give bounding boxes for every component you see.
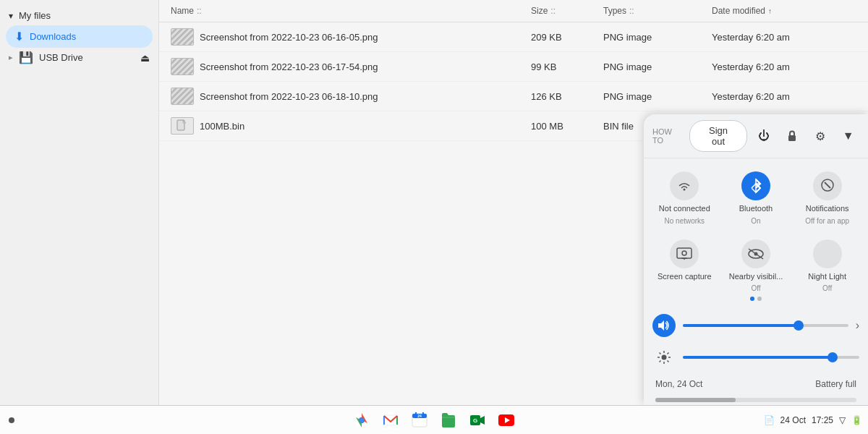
sidebar-header: ▾ My files bbox=[0, 6, 158, 25]
screen-capture-icon-wrap bbox=[670, 239, 699, 268]
notifications-label: Notifications bbox=[806, 203, 849, 213]
date-label: Mon, 24 Oct bbox=[655, 379, 702, 389]
usb-drive-label: USB Drive bbox=[39, 52, 83, 63]
night-light-sublabel: Off bbox=[822, 284, 832, 292]
volume-thumb[interactable] bbox=[793, 320, 804, 331]
quick-panel-header: HOW TO Sign out ⏻ ⚙ ▼ bbox=[644, 114, 868, 158]
taskbar-center: 24 G bbox=[350, 409, 518, 432]
sort-asc-icon: ↑ bbox=[768, 7, 772, 15]
screen-capture-label: Screen capture bbox=[658, 271, 712, 281]
col-drag-name: :: bbox=[197, 6, 202, 16]
svg-point-20 bbox=[359, 417, 365, 422]
col-date[interactable]: Date modified ↑ bbox=[712, 6, 856, 16]
nearby-dots bbox=[750, 297, 762, 301]
brightness-icon[interactable] bbox=[652, 346, 676, 369]
taskbar-date: 24 Oct bbox=[780, 415, 806, 425]
settings-button[interactable]: ⚙ bbox=[809, 124, 831, 148]
how-to-label: HOW TO bbox=[652, 127, 684, 145]
file-thumbnail bbox=[171, 88, 194, 105]
my-files-label: My files bbox=[19, 10, 51, 21]
notifications-tile[interactable]: Notifications Off for an app bbox=[792, 164, 862, 230]
wifi-label: Not connected bbox=[659, 203, 710, 213]
svg-line-17 bbox=[660, 361, 661, 362]
meet-app[interactable]: G bbox=[466, 409, 489, 432]
file-name-cell: Screenshot from 2022-10-23 06-18-10.png bbox=[171, 88, 531, 105]
taskbar: 24 G bbox=[0, 405, 868, 434]
bluetooth-tile[interactable]: Bluetooth On bbox=[721, 164, 791, 230]
night-light-label: Night Light bbox=[808, 271, 846, 281]
volume-expand-icon[interactable]: › bbox=[856, 319, 859, 332]
taskbar-time: 17:25 bbox=[812, 415, 833, 425]
table-row[interactable]: Screenshot from 2022-10-23 06-17-54.png … bbox=[159, 52, 868, 82]
svg-text:24: 24 bbox=[417, 414, 422, 418]
svg-point-5 bbox=[682, 251, 686, 255]
taskbar-right: 📄 24 Oct 17:25 ▽ 🔋 bbox=[764, 415, 862, 425]
file-name-cell: 100MB.bin bbox=[171, 117, 531, 135]
file-thumbnail bbox=[171, 28, 194, 46]
chrome-app[interactable] bbox=[350, 409, 373, 432]
svg-point-8 bbox=[754, 252, 757, 255]
file-name-cell: Screenshot from 2022-10-23 06-16-05.png bbox=[171, 28, 531, 46]
col-size[interactable]: Size :: bbox=[531, 6, 603, 16]
battery-label: Battery full bbox=[815, 379, 856, 389]
volume-slider-row: › bbox=[644, 310, 868, 341]
col-name[interactable]: Name :: bbox=[171, 6, 531, 16]
nearby-visibility-tile[interactable]: Nearby visibil... Off bbox=[721, 232, 791, 307]
svg-point-9 bbox=[662, 355, 667, 360]
col-types[interactable]: Types :: bbox=[603, 6, 712, 16]
svg-line-14 bbox=[660, 353, 661, 354]
brightness-thumb[interactable] bbox=[827, 352, 838, 362]
scrollbar-thumb bbox=[655, 398, 736, 402]
gmail-app[interactable] bbox=[379, 409, 402, 432]
night-light-tile[interactable]: Night Light Off bbox=[792, 232, 862, 307]
volume-track[interactable] bbox=[683, 324, 848, 327]
lock-button[interactable] bbox=[781, 124, 804, 148]
dot-inactive bbox=[757, 297, 762, 301]
sign-out-button[interactable]: Sign out bbox=[689, 120, 747, 152]
dot-active bbox=[750, 297, 754, 301]
usb-expand-icon: ▸ bbox=[9, 53, 13, 62]
svg-text:G: G bbox=[473, 417, 477, 424]
night-light-icon-wrap bbox=[813, 239, 842, 268]
taskbar-network-icon[interactable]: ▽ bbox=[839, 415, 846, 425]
bluetooth-label: Bluetooth bbox=[739, 203, 773, 213]
bluetooth-sublabel: On bbox=[751, 217, 760, 225]
volume-fill bbox=[683, 324, 799, 327]
brightness-track[interactable] bbox=[683, 356, 859, 359]
taskbar-dot-indicator bbox=[9, 417, 14, 423]
sidebar: ▾ My files ⬇ Downloads ▸ 💾 USB Drive ⏏ bbox=[0, 0, 159, 405]
wifi-sublabel: No networks bbox=[665, 217, 705, 225]
svg-line-3 bbox=[825, 182, 830, 188]
screen-capture-tile[interactable]: Screen capture bbox=[650, 232, 720, 307]
taskbar-battery-icon: 🔋 bbox=[851, 415, 862, 425]
nearby-visibility-icon-wrap bbox=[741, 239, 770, 268]
usb-drive-icon: 💾 bbox=[19, 51, 33, 64]
svg-rect-1 bbox=[788, 135, 796, 141]
svg-line-16 bbox=[668, 353, 669, 354]
downloads-icon: ⬇ bbox=[14, 30, 24, 43]
sidebar-item-usb[interactable]: ▸ 💾 USB Drive ⏏ bbox=[0, 48, 158, 67]
sidebar-downloads-label: Downloads bbox=[30, 31, 76, 42]
quick-tiles-grid: Not connected No networks Bluetooth On bbox=[644, 158, 868, 310]
calendar-app[interactable]: 24 bbox=[408, 409, 431, 432]
table-row[interactable]: Screenshot from 2022-10-23 06-16-05.png … bbox=[159, 22, 868, 52]
col-drag-size: :: bbox=[550, 6, 556, 16]
usb-eject-icon[interactable]: ⏏ bbox=[140, 52, 150, 64]
collapse-button[interactable]: ▼ bbox=[837, 124, 859, 148]
quick-settings-panel: HOW TO Sign out ⏻ ⚙ ▼ Not connected No n… bbox=[644, 114, 868, 405]
col-drag-types: :: bbox=[629, 6, 634, 16]
quick-panel-scrollbar[interactable] bbox=[655, 398, 856, 402]
file-name-cell: Screenshot from 2022-10-23 06-17-54.png bbox=[171, 58, 531, 75]
volume-icon[interactable] bbox=[652, 314, 676, 337]
wifi-tile[interactable]: Not connected No networks bbox=[650, 164, 720, 230]
taskbar-left bbox=[6, 417, 17, 423]
bluetooth-icon-wrap bbox=[741, 171, 770, 200]
files-app[interactable] bbox=[437, 409, 460, 432]
table-header: Name :: Size :: Types :: Date modified ↑ bbox=[159, 0, 868, 22]
table-row[interactable]: Screenshot from 2022-10-23 06-18-10.png … bbox=[159, 82, 868, 111]
youtube-app[interactable] bbox=[495, 409, 518, 432]
sidebar-item-downloads[interactable]: ⬇ Downloads bbox=[6, 25, 153, 48]
arrow-icon: ▾ bbox=[9, 11, 13, 21]
power-button[interactable]: ⏻ bbox=[753, 124, 775, 148]
file-thumbnail bbox=[171, 58, 194, 75]
